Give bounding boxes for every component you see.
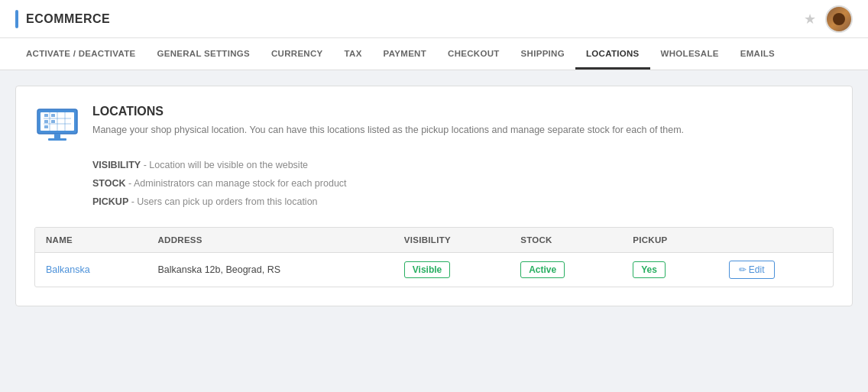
cell-actions: ✏ Edit — [718, 253, 834, 287]
info-list: VISIBILITY - Location will be visible on… — [92, 158, 834, 209]
info-item-stock: STOCK - Administrators can manage stock … — [92, 177, 834, 191]
tab-locations[interactable]: LOCATIONS — [575, 38, 650, 70]
accent-bar — [15, 10, 18, 28]
tab-payment[interactable]: PAYMENT — [373, 38, 437, 70]
section-desc: Manage your shop physical location. You … — [92, 123, 684, 138]
table-row: BalkanskaBalkanska 12b, Beograd, RSVisib… — [35, 253, 833, 287]
section-header: LOCATIONS Manage your shop physical loca… — [34, 105, 834, 143]
locations-table: NAMEADDRESSVISIBILITYSTOCKPICKUP Balkans… — [35, 228, 833, 287]
section-text: LOCATIONS Manage your shop physical loca… — [92, 105, 684, 138]
info-item-visibility: VISIBILITY - Location will be visible on… — [92, 158, 834, 173]
locations-icon — [34, 105, 80, 143]
table-body: BalkanskaBalkanska 12b, Beograd, RSVisib… — [35, 253, 833, 287]
col-header-pickup: PICKUP — [622, 228, 717, 253]
tab-checkout[interactable]: CHECKOUT — [437, 38, 510, 70]
tab-wholesale[interactable]: WHOLESALE — [650, 38, 730, 70]
svg-rect-12 — [51, 114, 55, 117]
tab-currency[interactable]: CURRENCY — [261, 38, 334, 70]
svg-rect-11 — [44, 125, 48, 128]
cell-stock: Active — [510, 253, 622, 287]
nav-tabs: ACTIVATE / DEACTIVATEGENERAL SETTINGSCUR… — [0, 38, 868, 70]
svg-rect-2 — [54, 134, 60, 138]
top-bar: ECOMMERCE ★ — [0, 0, 868, 38]
avatar[interactable] — [825, 5, 853, 33]
cell-pickup: Yes — [622, 253, 717, 287]
info-item-pickup: PICKUP - Users can pick up orders from t… — [92, 195, 834, 209]
cell-name[interactable]: Balkanska — [35, 253, 147, 287]
section-title: LOCATIONS — [92, 105, 684, 118]
col-header-address: ADDRESS — [147, 228, 393, 253]
tab-general-settings[interactable]: GENERAL SETTINGS — [146, 38, 261, 70]
main-content: LOCATIONS Manage your shop physical loca… — [0, 70, 868, 322]
locations-card: LOCATIONS Manage your shop physical loca… — [15, 86, 853, 306]
tab-emails[interactable]: EMAILS — [730, 38, 785, 70]
col-header-name: NAME — [35, 228, 147, 253]
tab-activate-deactivate[interactable]: ACTIVATE / DEACTIVATE — [15, 38, 146, 70]
cell-address: Balkanska 12b, Beograd, RS — [147, 253, 393, 287]
cell-visibility: Visible — [394, 253, 510, 287]
tab-shipping[interactable]: SHIPPING — [510, 38, 575, 70]
pickup-badge: Yes — [633, 261, 666, 278]
col-header-visibility: VISIBILITY — [394, 228, 510, 253]
svg-rect-10 — [44, 120, 48, 123]
svg-rect-13 — [51, 120, 55, 123]
col-header-actions — [718, 228, 834, 253]
table-header-row: NAMEADDRESSVISIBILITYSTOCKPICKUP — [35, 228, 833, 253]
visibility-badge: Visible — [404, 261, 450, 278]
col-header-stock: STOCK — [510, 228, 622, 253]
tab-tax[interactable]: TAX — [334, 38, 373, 70]
stock-badge: Active — [520, 261, 565, 278]
star-icon[interactable]: ★ — [804, 11, 816, 28]
table-head: NAMEADDRESSVISIBILITYSTOCKPICKUP — [35, 228, 833, 253]
svg-rect-3 — [48, 138, 66, 141]
table-wrap: NAMEADDRESSVISIBILITYSTOCKPICKUP Balkans… — [34, 227, 834, 287]
svg-rect-9 — [44, 114, 48, 117]
top-bar-right: ★ — [804, 5, 853, 33]
top-bar-left: ECOMMERCE — [15, 10, 110, 28]
edit-button[interactable]: ✏ Edit — [729, 261, 775, 279]
app-title: ECOMMERCE — [26, 12, 110, 26]
